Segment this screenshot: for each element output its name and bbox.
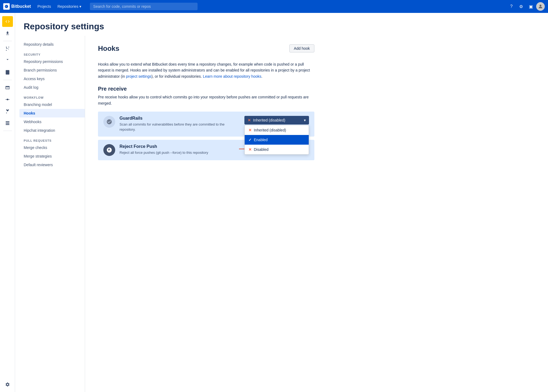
sidebar-item-hooks[interactable]: Hooks [19, 109, 85, 117]
screen-icon[interactable]: ▣ [526, 2, 535, 11]
settings-gear-icon[interactable] [2, 379, 13, 390]
guardrails-name: GuardRails [120, 116, 240, 121]
commit-icon[interactable] [2, 94, 13, 105]
help-icon[interactable]: ? [507, 2, 516, 11]
main-content: Hooks Add hook Hooks allow you to extend… [85, 36, 327, 392]
learn-more-link[interactable]: Learn more about repository hooks [203, 74, 261, 79]
svg-point-0 [540, 5, 542, 6]
add-hook-button[interactable]: Add hook [289, 44, 314, 52]
sidebar-item-repo-details[interactable]: Repository details [19, 40, 85, 49]
top-nav: Bitbucket Projects Repositories ▾ ? ⚙ ▣ [0, 0, 548, 13]
sidebar-item-branch-permissions[interactable]: Branch permissions [19, 66, 85, 74]
workflow-section-label: WORKFLOW [19, 92, 85, 100]
hooks-title: Hooks [98, 44, 119, 53]
branch-icon[interactable] [2, 43, 13, 54]
dropdown-x-icon: ✕ [248, 118, 251, 122]
guardrails-info: GuardRails Scan all commits for vulnerab… [120, 116, 240, 132]
page-title: Repository settings [24, 22, 539, 31]
left-sidebar [0, 13, 15, 392]
guardrails-desc: Scan all commits for vulnerabilities bef… [120, 122, 240, 132]
sidebar-item-access-keys[interactable]: Access keys [19, 74, 85, 83]
diff-icon[interactable] [2, 67, 13, 78]
guardrails-icon [103, 116, 115, 128]
nav-sidebar: Repository details SECURITY Repository p… [15, 36, 85, 392]
projects-nav-link[interactable]: Projects [35, 3, 53, 10]
pre-receive-title: Pre receive [98, 86, 314, 92]
page-header: Repository settings [15, 13, 548, 36]
logo-icon [3, 3, 10, 10]
main-wrapper: Repository settings Repository details S… [15, 13, 548, 392]
guardrails-dropdown-menu: ✕ Inherited (disabled) ✓ Enabled ✕ Disab… [244, 125, 309, 155]
sidebar-item-repo-permissions[interactable]: Repository permissions [19, 57, 85, 66]
sidebar-item-audit-log[interactable]: Audit log [19, 83, 85, 92]
hooks-description: Hooks allow you to extend what Bitbucket… [98, 61, 314, 79]
dropdown-option-disabled[interactable]: ✕ Disabled [245, 145, 309, 154]
reject-force-push-icon [103, 144, 115, 156]
sidebar-item-merge-strategies[interactable]: Merge strategies [19, 152, 85, 161]
x-mark-disabled-icon: ✕ [248, 147, 252, 152]
x-mark-icon: ✕ [248, 128, 252, 132]
dropdown-option-inherited[interactable]: ✕ Inherited (disabled) [245, 125, 309, 135]
guardrails-hook-item: GuardRails Scan all commits for vulnerab… [98, 112, 314, 137]
guardrails-dropdown-trigger[interactable]: ✕ Inherited (disabled) ▾ [244, 116, 309, 124]
repositories-nav-link[interactable]: Repositories ▾ [55, 3, 83, 10]
code-icon[interactable] [2, 16, 13, 27]
source-icon[interactable] [2, 82, 13, 93]
pre-receive-desc: Pre receive hooks allow you to control w… [98, 94, 314, 106]
top-nav-icons: ? ⚙ ▣ [507, 2, 545, 11]
svg-point-1 [7, 99, 8, 100]
check-mark-icon: ✓ [248, 138, 252, 142]
guardrails-dropdown-container: ✕ Inherited (disabled) ▾ ✕ Inherited (di… [244, 116, 309, 124]
download-icon[interactable] [2, 28, 13, 39]
search-input[interactable] [90, 3, 198, 10]
sidebar-divider-1 [3, 41, 12, 41]
fork-icon[interactable] [2, 106, 13, 117]
merge-icon[interactable] [2, 55, 13, 66]
sidebar-item-merge-checks[interactable]: Merge checks [19, 143, 85, 152]
avatar[interactable] [536, 2, 545, 11]
project-settings-link[interactable]: project settings [126, 74, 151, 79]
pipeline-icon[interactable] [2, 118, 13, 129]
sidebar-item-webhooks[interactable]: Webhooks [19, 117, 85, 126]
content-area: Repository settings Repository details S… [15, 13, 548, 392]
hooks-section-header: Hooks Add hook [98, 44, 314, 57]
sidebar-item-hipchat[interactable]: Hipchat integration [19, 126, 85, 135]
chevron-down-icon: ▾ [304, 118, 306, 122]
dropdown-option-enabled[interactable]: ✓ Enabled [245, 135, 309, 145]
sidebar-divider-3 [3, 131, 12, 131]
gear-icon[interactable]: ⚙ [517, 2, 525, 11]
pull-requests-section-label: PULL REQUESTS [19, 135, 85, 143]
sidebar-item-default-reviewers[interactable]: Default reviewers [19, 161, 85, 169]
inner-layout: Repository details SECURITY Repository p… [15, 36, 548, 392]
sidebar-divider-2 [3, 80, 12, 80]
app-logo[interactable]: Bitbucket [3, 3, 31, 10]
dropdown-selected-label: Inherited (disabled) [253, 118, 285, 122]
sidebar-item-branching-model[interactable]: Branching model [19, 100, 85, 109]
security-section-label: SECURITY [19, 49, 85, 57]
